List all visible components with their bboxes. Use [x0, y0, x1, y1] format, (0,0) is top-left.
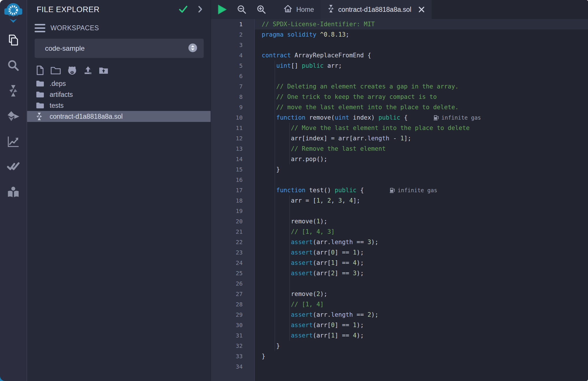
editor-toolbar: [211, 0, 269, 19]
line-number: 9: [211, 102, 255, 112]
code-line[interactable]: 25 assert(arr[2] == 3);: [211, 268, 588, 278]
code-line[interactable]: 5 uint[] public arr;: [211, 61, 588, 71]
line-number: 23: [211, 247, 255, 258]
code-line[interactable]: 10 function remove(uint index) public { …: [211, 112, 588, 123]
folder-row[interactable]: tests: [27, 100, 211, 111]
code-line[interactable]: 15 }: [211, 164, 588, 175]
code-lines: 1 // SPDX-License-Identifier: MIT 2 prag…: [211, 19, 588, 372]
line-number: 17: [211, 185, 255, 195]
folder-name: .deps: [50, 80, 66, 88]
folder-icon: [36, 102, 46, 109]
code-line[interactable]: 2 pragma solidity ^0.8.13;: [211, 29, 588, 40]
code-line[interactable]: 18 arr = [1, 2, 3, 4];: [211, 195, 588, 206]
workspaces-label: WORKSPACES: [50, 24, 99, 32]
line-number: 12: [211, 133, 255, 144]
code-line[interactable]: 20 remove(1);: [211, 216, 588, 227]
editor-pane: Home contract-d1a8818a8a.sol: [211, 0, 588, 381]
gas-estimate-badge: infinite gas: [434, 112, 481, 123]
code-line[interactable]: 13 // Remove the last element: [211, 144, 588, 154]
line-number: 4: [211, 50, 255, 61]
file-tree-folders: .deps artifacts tests: [27, 78, 211, 111]
line-number: 2: [211, 29, 255, 40]
workspace-select[interactable]: code-sample: [35, 39, 204, 58]
folder-row[interactable]: artifacts: [27, 89, 211, 100]
github-icon[interactable]: [67, 65, 77, 75]
file-row-selected[interactable]: contract-d1a8818a8a.sol: [27, 111, 211, 122]
code-line[interactable]: 26: [211, 278, 588, 289]
code-line[interactable]: 9 // move the last element into the plac…: [211, 102, 588, 112]
line-number: 22: [211, 237, 255, 247]
line-number: 32: [211, 341, 255, 351]
code-line[interactable]: 17 function test() public { infinite gas: [211, 185, 588, 195]
folder-name: tests: [50, 102, 64, 110]
line-number: 33: [211, 351, 255, 361]
zoom-in-icon[interactable]: [256, 5, 266, 14]
new-folder-icon[interactable]: [50, 66, 61, 75]
solidity-file-icon: [36, 112, 46, 120]
tab-file-label: contract-d1a8818a8a.sol: [338, 6, 411, 14]
tab-home[interactable]: Home: [277, 0, 321, 19]
new-file-icon[interactable]: [36, 65, 44, 75]
folder-row[interactable]: .deps: [27, 78, 211, 89]
check-icon[interactable]: [179, 6, 188, 14]
solidity-compiler-icon[interactable]: [6, 84, 20, 97]
code-line[interactable]: 30 assert(arr[0] == 1);: [211, 320, 588, 330]
code-line[interactable]: 29 assert(arr.length == 2);: [211, 310, 588, 320]
line-number: 26: [211, 278, 255, 289]
code-line[interactable]: 7 // Deleting an element creates a gap i…: [211, 81, 588, 92]
run-script-button[interactable]: [217, 5, 227, 14]
workspaces-row: WORKSPACES: [35, 24, 211, 32]
zoom-out-icon[interactable]: [237, 5, 247, 14]
line-number: 13: [211, 144, 255, 154]
code-line[interactable]: 34: [211, 361, 588, 372]
code-line[interactable]: 32 }: [211, 341, 588, 351]
upload-folder-icon[interactable]: [99, 66, 108, 74]
learneth-icon[interactable]: [6, 186, 20, 199]
code-line[interactable]: 3: [211, 40, 588, 50]
line-number: 19: [211, 206, 255, 216]
line-number: 20: [211, 216, 255, 227]
sidebar-items: [6, 33, 20, 199]
statistics-icon[interactable]: [6, 135, 20, 148]
home-icon: [284, 4, 292, 15]
code-line[interactable]: 24 assert(arr[1] == 4);: [211, 258, 588, 268]
code-line[interactable]: 22 assert(arr.length == 3);: [211, 237, 588, 247]
line-number: 6: [211, 71, 255, 81]
upload-file-icon[interactable]: [83, 66, 93, 75]
code-line[interactable]: 16: [211, 175, 588, 185]
code-line[interactable]: 14 arr.pop();: [211, 154, 588, 164]
code-line[interactable]: 6: [211, 71, 588, 81]
close-tab-icon[interactable]: [418, 6, 425, 13]
code-line[interactable]: 19: [211, 206, 588, 216]
editor-topbar: Home contract-d1a8818a8a.sol: [211, 0, 588, 19]
code-line[interactable]: 23 assert(arr[0] == 1);: [211, 247, 588, 258]
line-number: 7: [211, 81, 255, 92]
line-number: 3: [211, 40, 255, 50]
workspaces-menu-icon[interactable]: [35, 24, 45, 32]
line-number: 25: [211, 268, 255, 278]
code-line[interactable]: 28 // [1, 4]: [211, 299, 588, 310]
code-editor[interactable]: 1 // SPDX-License-Identifier: MIT 2 prag…: [211, 19, 588, 381]
line-number: 15: [211, 164, 255, 175]
code-line[interactable]: 12 arr[index] = arr[arr.length - 1];: [211, 133, 588, 144]
explorer-header: FILE EXPLORER: [27, 0, 211, 14]
search-icon[interactable]: [6, 59, 20, 72]
code-line[interactable]: 21 // [1, 4, 3]: [211, 227, 588, 237]
deploy-run-icon[interactable]: [6, 110, 20, 123]
workspace-select-arrows-icon[interactable]: [188, 43, 197, 54]
code-line[interactable]: 27 remove(2);: [211, 289, 588, 299]
panel-title: FILE EXPLORER: [37, 5, 179, 14]
remix-ide-window: FILE EXPLORER WORKSPACES code-sample: [0, 0, 588, 381]
code-line[interactable]: 4 contract ArrayReplaceFromEnd {: [211, 50, 588, 61]
chevron-right-icon[interactable]: [198, 5, 203, 14]
tab-home-label: Home: [296, 6, 314, 14]
unit-testing-icon[interactable]: [6, 160, 20, 173]
code-line[interactable]: 11 // Move the last element into the pla…: [211, 123, 588, 133]
code-line[interactable]: 8 // One trick to keep the array compact…: [211, 92, 588, 102]
code-line[interactable]: 33 }: [211, 351, 588, 361]
tab-contract-file[interactable]: contract-d1a8818a8a.sol: [321, 0, 431, 19]
file-explorer-icon[interactable]: [6, 33, 20, 47]
code-line[interactable]: 31 assert(arr[1] == 4);: [211, 330, 588, 341]
remix-logo[interactable]: [3, 1, 24, 26]
code-line[interactable]: 1 // SPDX-License-Identifier: MIT: [211, 19, 588, 29]
